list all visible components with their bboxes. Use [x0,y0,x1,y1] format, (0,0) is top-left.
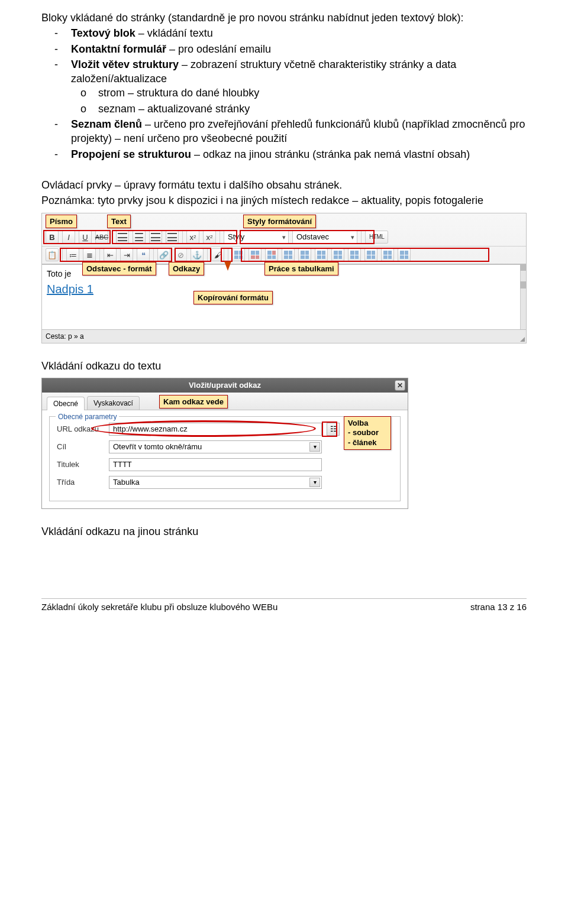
controls-intro-2: Poznámka: tyto prvky jsou k dispozici i … [41,193,527,208]
intro-text: Bloky vkládané do stránky (standardně je… [41,11,527,25]
table-row-after-button[interactable] [298,248,311,261]
callout-tabulky: Práce s tabulkami [264,262,338,275]
url-input[interactable]: http://www.seznam.cz [109,423,322,436]
copyformat-button[interactable]: 🖌 [211,248,224,261]
strike-button[interactable]: ABC [95,231,108,244]
align-left-button[interactable] [116,231,129,244]
footer-right: strana 13 z 16 [470,601,527,613]
table-row-delete-button[interactable] [315,248,328,261]
list-item: Propojení se strukturou – odkaz na jinou… [71,147,527,161]
align-right-button[interactable] [149,231,162,244]
heading-link: Vkládání odkazu do textu [41,359,527,373]
browse-button[interactable]: ☷ [327,423,340,436]
editor-path: Cesta: p » a [42,329,526,343]
list-item: Seznam členů – určeno pro zveřejňování p… [71,117,527,146]
sub-button[interactable]: x2 [186,231,199,244]
table-cell-props-button[interactable] [265,248,278,261]
title-label: Titulek [57,459,104,470]
number-list-button[interactable]: ≣ [83,248,96,261]
anchor-button[interactable]: ⚓ [191,248,204,261]
table-row-props-button[interactable] [248,248,262,261]
unlink-button[interactable]: ⊘ [174,248,187,261]
page-footer: Základní úkoly sekretáře klubu při obslu… [41,598,527,613]
bullet-list-button[interactable]: ≔ [66,248,79,261]
callout-odstavec: Odstavec - formát [82,262,156,275]
callout-kopir: Kopírování formátu [193,291,273,304]
italic-button[interactable]: I [62,231,75,244]
title-input[interactable]: TTTT [109,458,322,471]
dialog-close-button[interactable]: ✕ [395,380,405,391]
link-button[interactable]: 🔗 [157,248,170,261]
outdent-button[interactable]: ⇤ [104,248,117,261]
list-item: Textový blok – vkládání textu [71,26,527,40]
controls-intro-1: Ovládací prvky – úpravy formátu textu i … [41,178,527,192]
table-col-delete-button[interactable] [364,248,377,261]
callout-text: Text [107,215,131,228]
dialog-title-text: Vložit/upravit odkaz [189,380,261,391]
block-list: Textový blok – vkládání textu Kontaktní … [41,26,527,161]
url-label: URL odkazu [57,424,104,435]
html-button[interactable]: HTML [365,231,388,244]
editor-toolbar-figure: Písmo Text Styly formátování B I U ABC x… [41,213,527,343]
class-select[interactable]: Tabulka▾ [109,476,322,489]
list-item: seznam – aktualizované stránky [98,102,527,116]
callout-volba: Volba - soubor - článek [344,416,391,450]
align-justify-button[interactable] [166,231,179,244]
bold-button[interactable]: B [46,231,59,244]
list-item: strom – struktura do dané hloubky [98,86,527,100]
editor-line1: Toto je [47,269,71,278]
table-col-after-button[interactable] [348,248,361,261]
fieldset-legend: Obecné parametry [56,412,119,422]
blockquote-button[interactable]: ❝ [137,248,150,261]
editor-heading: Nadpis 1 [47,281,521,297]
underline-button[interactable]: U [79,231,92,244]
table-insert-button[interactable] [232,248,245,261]
table-split-button[interactable] [381,248,394,261]
callout-odkazy: Odkazy [169,262,204,275]
resize-grip-icon[interactable] [520,337,525,342]
class-label: Třída [57,477,104,488]
link-dialog: Vložit/upravit odkaz ✕ Obecné Vyskakovac… [41,378,408,509]
target-label: Cíl [57,442,104,452]
callout-styly: Styly formátování [243,215,316,228]
tab-obecne[interactable]: Obecné [47,397,85,410]
table-col-before-button[interactable] [331,248,344,261]
align-center-button[interactable] [133,231,146,244]
callout-kam: Kam odkaz vede [159,395,228,408]
sublist: strom – struktura do dané hloubky seznam… [71,86,527,116]
list-item: Kontaktní formulář – pro odeslání emailu [71,42,527,56]
indent-button[interactable]: ⇥ [120,248,133,261]
heading-link-page: Vkládání odkazu na jinou stránku [41,524,527,539]
callout-pismo: Písmo [46,215,77,228]
paragraph-select[interactable]: Odstavec [292,231,357,244]
footer-left: Základní úkoly sekretáře klubu při obslu… [41,601,277,613]
tab-vyskakovaci[interactable]: Vyskakovací [87,396,140,410]
table-row-before-button[interactable] [282,248,295,261]
target-select[interactable]: Otevřít v tomto okně/rámu▾ [109,440,322,453]
sup-button[interactable]: x2 [203,231,216,244]
styles-select[interactable]: Styly [224,231,289,244]
list-item: Vložit větev struktury – zobrazení struk… [71,57,527,116]
paste-button[interactable]: 📋 [46,248,59,261]
dialog-titlebar: Vložit/upravit odkaz ✕ [42,378,408,393]
table-merge-button[interactable] [398,248,411,261]
